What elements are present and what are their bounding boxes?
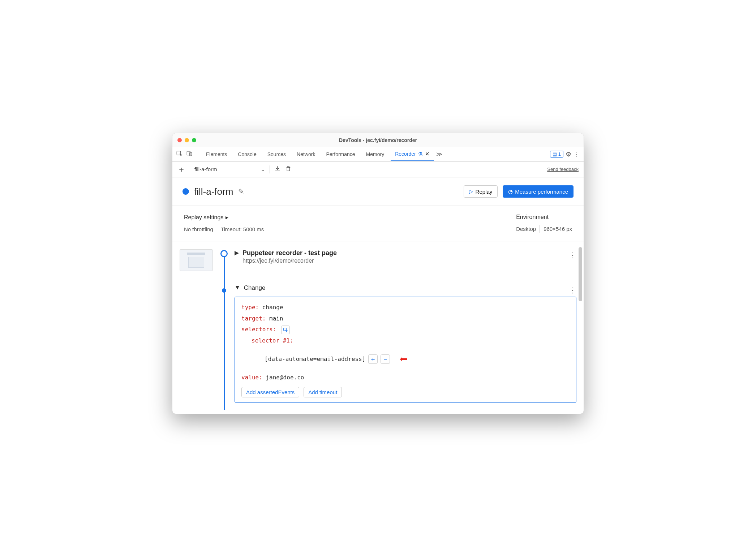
measure-performance-button[interactable]: ◔ Measure performance — [503, 185, 574, 198]
chevron-down-icon: ⌄ — [261, 166, 265, 173]
more-menu-icon[interactable]: ⋮ — [574, 150, 580, 158]
step2-title: Change — [244, 284, 266, 292]
annotation-arrow: ⬅ — [399, 346, 408, 372]
add-timeout-button[interactable]: Add timeout — [304, 387, 342, 397]
recording-selector[interactable]: fill-a-form ⌄ — [194, 166, 265, 173]
tab-elements[interactable]: Elements — [202, 147, 231, 161]
tab-sources[interactable]: Sources — [263, 147, 290, 161]
add-asserted-events-button[interactable]: Add assertedEvents — [241, 387, 299, 397]
close-tab-icon[interactable]: ✕ — [425, 151, 430, 157]
settings-section: Replay settings ▸ No throttling Timeout:… — [172, 206, 584, 241]
issues-badge[interactable]: ▤ 1 — [550, 151, 563, 158]
traffic-lights — [177, 138, 196, 142]
timeline-node-start — [220, 250, 228, 257]
tab-console[interactable]: Console — [233, 147, 261, 161]
devtools-tabbar: Elements Console Sources Network Perform… — [172, 147, 584, 161]
recording-status-dot — [182, 188, 189, 195]
steps-timeline: ▶ Puppeteer recorder - test page https:/… — [172, 241, 584, 413]
step1-title: Puppeteer recorder - test page — [242, 249, 337, 257]
new-recording-icon[interactable]: ＋ — [177, 164, 185, 175]
recording-header: fill-a-form ✎ ▷ Replay ◔ Measure perform… — [172, 177, 584, 206]
pick-selector-icon[interactable] — [281, 326, 290, 334]
selector-value[interactable]: [data-automate=email-address] — [265, 354, 365, 365]
edit-title-icon[interactable]: ✎ — [238, 187, 244, 196]
flask-icon: ⚗ — [418, 151, 423, 157]
viewport-value: 960×546 px — [544, 226, 572, 232]
selectors-key: selectors — [241, 326, 273, 333]
selector-label: selector #1 — [252, 337, 290, 344]
recording-title: fill-a-form — [194, 186, 233, 197]
timeout-value: Timeout: 5000 ms — [221, 226, 264, 232]
minimize-window[interactable] — [185, 138, 189, 142]
window-title: DevTools - jec.fyi/demo/recorder — [172, 137, 584, 143]
environment-title: Environment — [516, 214, 549, 220]
step2-menu-icon[interactable]: ⋮ — [569, 286, 576, 294]
value-key: value — [241, 374, 259, 381]
close-window[interactable] — [177, 138, 182, 142]
tab-recorder[interactable]: Recorder ⚗ ✕ — [391, 147, 434, 161]
play-icon: ▷ — [469, 188, 473, 195]
scrollbar-thumb[interactable] — [579, 247, 582, 301]
speedometer-icon: ◔ — [508, 188, 513, 195]
page-thumbnail — [180, 249, 213, 271]
expand-icon[interactable]: ▶ — [235, 249, 239, 256]
delete-icon[interactable] — [285, 165, 292, 173]
add-selector-button[interactable]: ＋ — [368, 354, 378, 364]
device-value: Desktop — [516, 226, 536, 232]
target-key: target — [241, 315, 262, 322]
recorder-toolbar: ＋ fill-a-form ⌄ Send feedback — [172, 161, 584, 177]
step-details: type: change target: main selectors: sel… — [235, 297, 576, 402]
window-titlebar: DevTools - jec.fyi/demo/recorder — [172, 133, 584, 147]
step1-menu-icon[interactable]: ⋮ — [569, 251, 576, 259]
type-value[interactable]: change — [262, 304, 283, 311]
replay-button[interactable]: ▷ Replay — [464, 185, 498, 198]
replay-settings-toggle[interactable]: Replay settings ▸ — [184, 214, 264, 221]
remove-selector-button[interactable]: － — [381, 354, 390, 364]
inspect-icon[interactable] — [176, 150, 182, 158]
collapse-icon[interactable]: ▼ — [235, 284, 240, 291]
export-icon[interactable] — [274, 165, 281, 173]
throttling-value: No throttling — [184, 226, 213, 232]
tab-performance[interactable]: Performance — [322, 147, 359, 161]
chat-icon: ▤ — [553, 151, 557, 157]
chevron-right-icon: ▸ — [225, 214, 228, 221]
value-value[interactable]: jane@doe.co — [266, 374, 304, 381]
tab-network[interactable]: Network — [292, 147, 319, 161]
more-tabs-icon[interactable]: ≫ — [436, 151, 442, 158]
timeline-node-step — [222, 288, 226, 293]
target-value[interactable]: main — [269, 315, 283, 322]
timeline-line — [224, 252, 225, 410]
type-key: type — [241, 304, 255, 311]
tab-memory[interactable]: Memory — [362, 147, 389, 161]
send-feedback-link[interactable]: Send feedback — [547, 167, 579, 172]
settings-icon[interactable]: ⚙ — [566, 150, 571, 158]
devtools-window: DevTools - jec.fyi/demo/recorder Element… — [172, 133, 584, 414]
device-toggle-icon[interactable] — [186, 150, 193, 158]
step1-url: https://jec.fyi/demo/recorder — [242, 258, 337, 264]
maximize-window[interactable] — [192, 138, 196, 142]
